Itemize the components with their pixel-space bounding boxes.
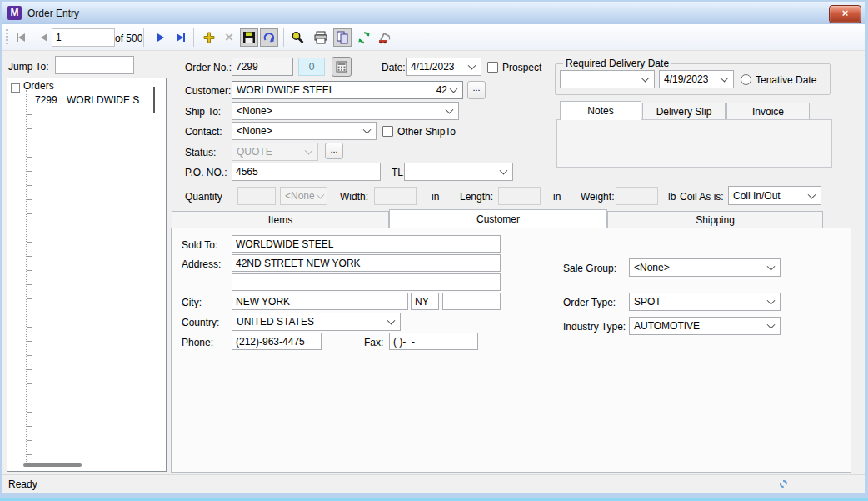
tab-delivery-slip[interactable]: Delivery Slip — [642, 103, 726, 119]
coil-as-is-label: Coil As is: — [680, 191, 724, 203]
length-input — [498, 187, 541, 205]
tab-delivery-slip-label: Delivery Slip — [656, 106, 712, 118]
chevron-down-icon — [468, 62, 476, 70]
fax-input[interactable] — [389, 333, 478, 350]
customer-value: WORLDWIDE STEEL — [237, 84, 436, 96]
tab-notes-label: Notes — [587, 105, 613, 117]
add-record-button[interactable] — [200, 28, 218, 47]
delivery-date-select[interactable]: 4/19/2023 — [659, 70, 734, 88]
tree-collapse-toggle[interactable] — [11, 83, 20, 93]
chevron-down-icon — [387, 317, 396, 325]
tab-invoice[interactable]: Invoice — [726, 103, 810, 119]
copy-button[interactable] — [333, 28, 352, 47]
tab-shipping-label: Shipping — [696, 214, 735, 226]
customer-browse-button[interactable]: ... — [467, 81, 486, 99]
ship-to-label: Ship To: — [185, 106, 221, 118]
sold-to-input[interactable] — [232, 235, 501, 253]
app-logo-icon: M — [7, 6, 22, 20]
quantity-uom-value: <None> — [285, 190, 315, 202]
address-line2-input[interactable] — [232, 273, 501, 291]
chevron-down-icon — [767, 297, 776, 305]
tree-item-order-number[interactable]: 7299 — [35, 94, 57, 106]
country-select[interactable]: UNITED STATES — [232, 313, 401, 331]
phone-label: Phone: — [182, 337, 213, 348]
record-number-input[interactable] — [52, 28, 115, 47]
chevron-down-icon — [446, 106, 454, 114]
toolbar-separator — [143, 28, 144, 47]
length-label: Length: — [460, 191, 493, 203]
tenative-date-checkbox[interactable] — [741, 74, 751, 85]
jump-to-input[interactable] — [55, 56, 134, 74]
status-label: Status: — [185, 147, 216, 158]
tab-shipping[interactable]: Shipping — [607, 211, 823, 228]
save-button[interactable] — [240, 28, 258, 47]
status-browse-button[interactable]: ... — [325, 143, 343, 159]
tab-invoice-label: Invoice — [752, 106, 784, 118]
status-text: Ready — [8, 478, 37, 490]
tab-notes[interactable]: Notes — [560, 101, 641, 120]
tree-vscrollbar-thumb[interactable] — [153, 87, 155, 113]
date-label: Date: — [382, 62, 406, 73]
tree-hscrollbar-thumb[interactable] — [23, 463, 82, 467]
customer-label: Customer: — [185, 85, 231, 97]
industry-type-label: Industry Type: — [563, 321, 626, 333]
toolbar-grip[interactable] — [6, 29, 8, 46]
sold-to-label: Sold To: — [182, 239, 217, 251]
next-record-button[interactable] — [152, 28, 170, 47]
first-record-icon — [18, 33, 25, 42]
tab-customer[interactable]: Customer — [389, 209, 607, 228]
record-count-label: of 500 — [115, 33, 142, 44]
sale-group-select[interactable]: <None> — [629, 258, 781, 277]
contact-select[interactable]: <None> — [232, 122, 377, 140]
customer-select[interactable]: WORLDWIDE STEEL 42 — [232, 81, 463, 99]
zip-input[interactable] — [442, 293, 501, 310]
order-seq-field: 0 — [298, 58, 325, 76]
industry-type-select[interactable]: AUTOMOTIVE — [629, 317, 781, 335]
order-date-select[interactable]: 4/11/2023 — [406, 58, 481, 76]
chevron-down-icon — [317, 191, 325, 199]
tree-root-orders[interactable]: Orders — [23, 80, 54, 92]
delivery-type-select[interactable] — [560, 70, 655, 88]
coil-as-is-value: Coil In/Out — [733, 190, 781, 202]
order-type-select[interactable]: SPOT — [629, 293, 781, 311]
redo-arrow-icon — [262, 31, 276, 44]
last-record-button[interactable] — [172, 28, 190, 47]
phone-input[interactable] — [232, 333, 322, 350]
quantity-label: Quantity — [185, 191, 222, 203]
close-button[interactable]: × — [829, 5, 861, 23]
chevron-down-icon — [767, 321, 776, 329]
address-line1-input[interactable] — [232, 254, 501, 272]
tree-item-order-name[interactable]: WORLDWIDE S — [67, 94, 139, 106]
tl-select[interactable] — [404, 163, 513, 181]
city-input[interactable] — [232, 293, 408, 310]
tenative-date-label: Tenative Date — [756, 74, 816, 86]
prospect-checkbox[interactable] — [487, 62, 498, 73]
print-button[interactable] — [312, 28, 330, 47]
tab-items-label: Items — [268, 214, 292, 226]
chevron-down-icon — [767, 263, 776, 271]
tab-items[interactable]: Items — [172, 211, 389, 228]
last-record-icon — [183, 33, 185, 42]
width-label: Width: — [340, 191, 368, 203]
chevron-down-icon — [450, 85, 458, 93]
ship-to-select[interactable]: <None> — [232, 102, 459, 120]
coil-as-is-select[interactable]: Coil In/Out — [728, 186, 821, 205]
other-shipto-checkbox[interactable] — [382, 126, 393, 137]
state-input[interactable] — [411, 293, 439, 310]
plus-icon — [202, 31, 216, 44]
status-select: QUOTE — [232, 143, 318, 161]
crane-icon — [377, 31, 392, 44]
printer-icon — [314, 31, 327, 44]
order-lookup-button[interactable] — [332, 57, 352, 77]
undo-redo-button[interactable] — [260, 28, 278, 47]
find-button[interactable] — [288, 28, 307, 47]
status-value: QUOTE — [237, 146, 272, 158]
delete-x-icon: × — [225, 29, 233, 46]
shipment-button[interactable] — [375, 28, 393, 47]
po-no-input[interactable] — [232, 163, 381, 181]
title-bar: M Order Entry — [2, 2, 865, 24]
chevron-down-icon — [500, 167, 508, 175]
refresh-button[interactable] — [355, 28, 373, 47]
calculator-icon — [336, 61, 347, 73]
chevron-down-icon — [363, 126, 372, 134]
